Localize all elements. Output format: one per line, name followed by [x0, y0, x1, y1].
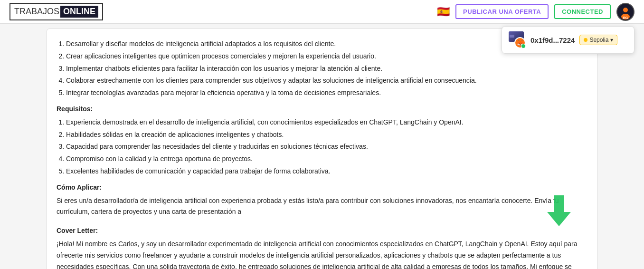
requisito-item: Experiencia demostrada en el desarrollo … [66, 117, 587, 128]
wallet-icon-box: 🦊 [509, 31, 526, 48]
como-aplicar-text: Si eres un/a desarrollador/a de intelige… [57, 195, 587, 218]
task-item: Implementar chatbots eficientes para fac… [66, 63, 587, 75]
main-container: Desarrollar y diseñar modelos de intelig… [37, 24, 607, 269]
wallet-status-dot [521, 44, 526, 48]
svg-point-1 [623, 8, 628, 12]
requisito-item: Excelentes habilidades de comunicación y… [66, 166, 587, 177]
svg-rect-5 [510, 35, 514, 38]
navbar: TRABAJOS ONLINE 🇪🇸 PUBLICAR UNA OFERTA C… [0, 0, 644, 24]
navbar-right: 🇪🇸 PUBLICAR UNA OFERTA CONNECTED RG [437, 3, 635, 21]
network-name: Sepolia [589, 37, 608, 43]
content-card: Desarrollar y diseñar modelos de intelig… [47, 29, 597, 269]
requisito-item: Compromiso con la calidad y la entrega o… [66, 154, 587, 165]
publicar-oferta-button[interactable]: PUBLICAR UNA OFERTA [455, 4, 549, 19]
requisitos-label: Requisitos: [57, 104, 587, 115]
como-aplicar-label: Cómo Aplicar: [57, 182, 587, 193]
network-chevron: ▾ [610, 37, 613, 43]
wallet-address: 0x1f9d...7224 [530, 36, 575, 44]
navbar-left: TRABAJOS ONLINE [9, 3, 103, 20]
network-badge-dot [584, 38, 587, 42]
svg-text:RG: RG [623, 16, 628, 19]
logo-online: ONLINE [60, 6, 98, 18]
task-item: Colaborar estrechamente con los clientes… [66, 75, 587, 86]
flag-icon[interactable]: 🇪🇸 [437, 6, 450, 18]
logo[interactable]: TRABAJOS ONLINE [9, 3, 103, 20]
network-badge[interactable]: Sepolia ▾ [579, 35, 617, 45]
requisito-item: Capacidad para comprender las necesidade… [66, 141, 587, 153]
requisitos-list: Experiencia demostrada en el desarrollo … [57, 117, 587, 177]
requisito-item: Habilidades sólidas en la creación de ap… [66, 129, 587, 141]
avatar-icon: RG [617, 4, 634, 20]
cover-letter-text: ¡Hola! Mi nombre es Carlos, y soy un des… [57, 239, 587, 269]
logo-trabajos: TRABAJOS [14, 7, 59, 17]
task-item: Integrar tecnologías avanzadas para mejo… [66, 87, 587, 99]
cover-letter-section: Cover Letter: ¡Hola! Mi nombre es Carlos… [57, 225, 587, 269]
avatar[interactable]: RG [616, 3, 635, 21]
cover-letter-label: Cover Letter: [57, 225, 587, 237]
content-body: Desarrollar y diseñar modelos de intelig… [57, 38, 587, 269]
wallet-popup: 🦊 0x1f9d...7224 Sepolia ▾ [502, 26, 635, 54]
connected-button[interactable]: CONNECTED [554, 4, 611, 19]
